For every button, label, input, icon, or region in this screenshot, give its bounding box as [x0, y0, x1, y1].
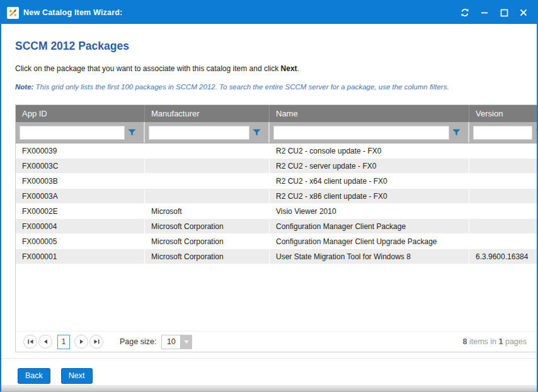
page-title: SCCM 2012 Packages	[15, 40, 537, 53]
column-header-name[interactable]: Name	[270, 105, 469, 122]
table-row[interactable]: FX00003CR2 CU2 - server update - FX0	[16, 159, 537, 174]
table-row[interactable]: FX00002EMicrosoftVisio Viewer 2010	[16, 204, 537, 219]
pager: Page size: 10 8 items in 1 pages	[16, 331, 537, 352]
instruction-body: Click on the package that you want to as…	[15, 64, 281, 73]
cell-name: R2 CU2 - server update - FX0	[270, 159, 469, 174]
filter-input-app-id[interactable]	[20, 126, 125, 140]
table-row[interactable]: FX000005Microsoft CorporationConfigurati…	[16, 234, 537, 249]
window-bottom-edge	[1, 385, 537, 391]
filter-input-name[interactable]	[273, 126, 449, 140]
cell-version	[469, 143, 537, 159]
column-header-manufacturer[interactable]: Manufacturer	[145, 105, 270, 122]
cell-manufacturer	[145, 189, 270, 204]
grid-scroll-region: App ID Manufacturer Name Version	[16, 105, 537, 264]
instruction-suffix: .	[297, 64, 299, 73]
column-header-app-id[interactable]: App ID	[16, 105, 145, 122]
chevron-down-icon	[184, 340, 189, 344]
footer-bar: Back Next	[1, 358, 537, 386]
cell-app-id: FX000039	[16, 143, 145, 159]
table-row[interactable]: FX00003AR2 CU2 - x86 client update - FX0	[16, 189, 537, 204]
page-size-value: 10	[162, 335, 180, 349]
cell-app-id: FX000001	[16, 249, 145, 264]
title-bar: New Catalog Item Wizard:	[1, 1, 537, 24]
filter-button-app-id[interactable]	[127, 128, 136, 137]
cell-app-id: FX000005	[16, 234, 145, 249]
cell-version	[469, 234, 537, 249]
refresh-icon	[460, 8, 470, 18]
minimize-button[interactable]	[479, 7, 490, 18]
cell-name: Configuration Manager Client Package	[270, 219, 469, 234]
window-controls	[459, 7, 529, 18]
wizard-wand-icon	[7, 7, 19, 19]
cell-name: R2 CU2 - x86 client update - FX0	[270, 189, 469, 204]
filter-button-version[interactable]	[535, 128, 537, 137]
table-row[interactable]: FX000039R2 CU2 - console update - FX0	[16, 143, 537, 159]
refresh-button[interactable]	[459, 7, 471, 18]
filter-button-manufacturer[interactable]	[252, 128, 261, 137]
close-icon	[520, 9, 527, 16]
items-count: 8	[463, 337, 467, 346]
current-page-input[interactable]	[57, 335, 70, 349]
column-header-version[interactable]: Version	[469, 105, 537, 122]
back-button[interactable]: Back	[18, 368, 50, 384]
page-size-dropdown-button[interactable]	[180, 335, 192, 349]
grid-empty-area	[16, 264, 537, 331]
next-page-icon	[79, 339, 84, 344]
next-page-button[interactable]	[74, 335, 88, 349]
cell-app-id: FX00003B	[16, 174, 145, 189]
cell-app-id: FX00003A	[16, 189, 145, 204]
note-text: Note: This grid only lists the first 100…	[15, 83, 537, 91]
minimize-icon	[481, 9, 488, 16]
funnel-icon	[253, 128, 261, 137]
cell-manufacturer: Microsoft Corporation	[145, 249, 270, 264]
funnel-icon	[128, 128, 136, 137]
table-row[interactable]: FX00003BR2 CU2 - x64 client update - FX0	[16, 174, 537, 189]
cell-name: User State Migration Tool for Windows 8	[270, 249, 469, 264]
content-area: SCCM 2012 Packages Click on the package …	[1, 24, 537, 354]
filter-input-version[interactable]	[473, 126, 532, 140]
note-label: Note:	[15, 83, 33, 91]
note-body: This grid only lists the first 100 packa…	[33, 83, 449, 91]
first-page-button[interactable]	[23, 335, 37, 349]
cell-manufacturer	[145, 159, 270, 174]
cell-name: Configuration Manager Client Upgrade Pac…	[270, 234, 469, 249]
last-page-icon	[94, 339, 100, 344]
filter-input-manufacturer[interactable]	[149, 126, 249, 140]
instruction-text: Click on the package that you want to as…	[15, 64, 537, 73]
first-page-icon	[28, 339, 33, 344]
grid-body: FX000039R2 CU2 - console update - FX0FX0…	[16, 143, 537, 264]
pages-text: pages	[503, 337, 527, 346]
cell-version	[469, 204, 537, 219]
page-size-dropdown[interactable]: 10	[161, 335, 192, 349]
cell-manufacturer	[145, 143, 270, 159]
grid-header-row: App ID Manufacturer Name Version	[16, 105, 537, 122]
items-text: items in	[467, 337, 499, 346]
cell-version	[469, 189, 537, 204]
page-size-label: Page size:	[120, 337, 156, 346]
maximize-button[interactable]	[498, 7, 510, 18]
last-page-button[interactable]	[89, 335, 103, 349]
wizard-window: New Catalog Item Wizard:	[0, 0, 538, 392]
cell-app-id: FX000004	[16, 219, 145, 234]
cell-app-id: FX00002E	[16, 204, 145, 219]
cell-manufacturer	[145, 174, 270, 189]
filter-button-name[interactable]	[452, 128, 461, 137]
table-row[interactable]: FX000004Microsoft CorporationConfigurati…	[16, 219, 537, 234]
cell-manufacturer: Microsoft	[145, 204, 270, 219]
cell-version: 6.3.9600.16384	[469, 249, 537, 264]
grid-filter-row	[16, 122, 537, 143]
prev-page-icon	[43, 339, 48, 344]
cell-version	[469, 174, 537, 189]
funnel-icon	[535, 128, 537, 137]
table-row[interactable]: FX000001Microsoft CorporationUser State …	[16, 249, 537, 264]
window-title: New Catalog Item Wizard:	[23, 8, 123, 17]
funnel-icon	[452, 128, 461, 137]
cell-manufacturer: Microsoft Corporation	[145, 219, 270, 234]
close-button[interactable]	[518, 7, 529, 18]
cell-manufacturer: Microsoft Corporation	[145, 234, 270, 249]
cell-name: R2 CU2 - x64 client update - FX0	[270, 174, 469, 189]
cell-version	[469, 219, 537, 234]
prev-page-button[interactable]	[38, 335, 52, 349]
next-button[interactable]: Next	[61, 368, 93, 384]
cell-version	[469, 159, 537, 174]
